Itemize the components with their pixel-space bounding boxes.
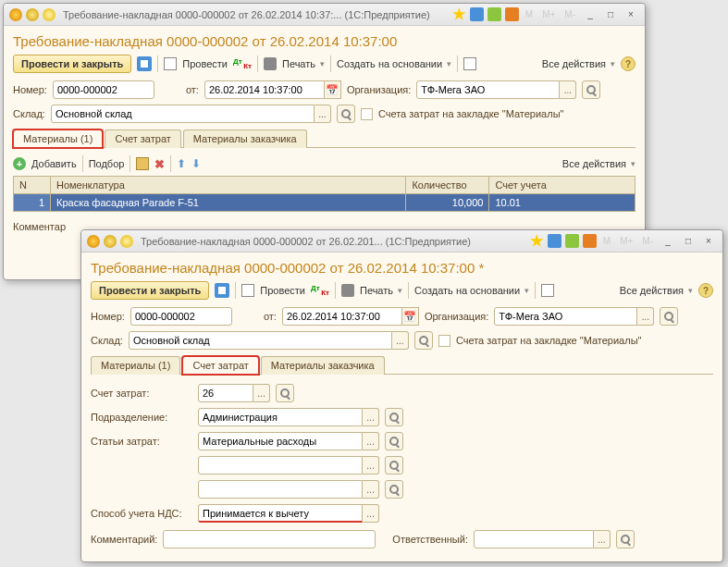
star-icon[interactable] <box>452 7 466 21</box>
calculator-icon[interactable] <box>487 7 501 21</box>
cost-item-search-button[interactable] <box>385 432 403 450</box>
mplus-button[interactable]: M+ <box>617 236 635 246</box>
department-field[interactable]: Администрация <box>198 408 363 426</box>
create-based-on-menu[interactable]: Создать на основании <box>414 285 529 296</box>
help-icon[interactable]: ? <box>698 283 713 298</box>
org-search-button[interactable] <box>582 80 600 99</box>
calculator-icon[interactable] <box>565 234 579 248</box>
m-button[interactable]: M <box>523 9 536 19</box>
date-field[interactable]: 26.02.2014 10:37:00 <box>282 307 402 326</box>
cost-accounts-checkbox[interactable] <box>438 335 450 347</box>
all-actions-menu[interactable]: Все действия <box>542 58 615 69</box>
calendar-icon[interactable] <box>583 234 597 248</box>
select-button[interactable]: Подбор <box>89 158 125 169</box>
warehouse-search-button[interactable] <box>414 331 433 350</box>
m-button[interactable]: M <box>600 236 613 246</box>
mminus-button[interactable]: M- <box>561 9 578 19</box>
new-icon[interactable] <box>463 57 476 70</box>
minimize-button[interactable]: _ <box>582 7 598 21</box>
save-icon[interactable] <box>137 56 152 71</box>
account-field[interactable]: 26 <box>198 384 253 402</box>
account-select-button[interactable]: ... <box>253 384 270 402</box>
materials-table[interactable]: N Номенклатура Количество Счет учета 1 К… <box>13 176 635 212</box>
responsible-field[interactable] <box>474 530 594 549</box>
all-actions-grid-menu[interactable]: Все действия <box>562 158 635 169</box>
tab-cost-account[interactable]: Счет затрат <box>182 356 258 375</box>
close-button[interactable]: × <box>623 7 639 21</box>
department-search-button[interactable] <box>385 408 403 426</box>
warehouse-select-button[interactable]: ... <box>315 105 331 123</box>
org-field[interactable]: ТФ-Мега ЗАО <box>416 80 560 99</box>
extra2-select-button[interactable]: ... <box>363 480 379 499</box>
mplus-button[interactable]: M+ <box>539 9 558 19</box>
vat-method-select-button[interactable]: ... <box>363 504 379 523</box>
tab-customer-materials[interactable]: Материалы заказчика <box>183 129 307 148</box>
date-picker-icon[interactable]: 📅 <box>402 307 419 326</box>
favorite-icon[interactable] <box>120 235 133 248</box>
extra2-field[interactable] <box>198 480 363 499</box>
dtkr-icon[interactable] <box>311 284 329 297</box>
move-down-icon[interactable]: ⬇ <box>191 157 201 170</box>
tab-customer-materials[interactable]: Материалы заказчика <box>261 356 385 375</box>
warehouse-search-button[interactable] <box>337 105 355 123</box>
move-up-icon[interactable]: ⬆ <box>177 157 186 170</box>
date-field[interactable]: 26.02.2014 10:37:00 <box>204 80 325 99</box>
new-icon[interactable] <box>541 284 554 297</box>
extra1-field[interactable] <box>198 456 363 475</box>
titlebar[interactable]: Требование-накладная 0000-000002 от 26.0… <box>81 230 722 253</box>
mminus-button[interactable]: M- <box>639 236 656 246</box>
account-search-button[interactable] <box>276 384 294 402</box>
favorite-icon[interactable] <box>43 8 56 21</box>
link-icon[interactable] <box>470 7 484 21</box>
comment-field[interactable] <box>163 530 376 549</box>
department-select-button[interactable]: ... <box>363 408 379 426</box>
post-and-close-button[interactable]: Провести и закрыть <box>13 55 131 73</box>
copy-icon[interactable] <box>136 157 149 170</box>
maximize-button[interactable]: □ <box>602 7 619 21</box>
all-actions-menu[interactable]: Все действия <box>620 285 693 296</box>
post-button[interactable]: Провести <box>182 58 228 69</box>
responsible-search-button[interactable] <box>616 530 635 549</box>
maximize-button[interactable]: □ <box>680 234 697 248</box>
col-nomenclature[interactable]: Номенклатура <box>51 177 406 194</box>
vat-method-field[interactable]: Принимается к вычету <box>198 504 363 523</box>
cost-item-field[interactable]: Материальные расходы <box>198 432 363 450</box>
cost-accounts-checkbox[interactable] <box>361 108 373 120</box>
calendar-icon[interactable] <box>505 7 519 21</box>
org-field[interactable]: ТФ-Мега ЗАО <box>494 307 637 326</box>
dtkr-icon[interactable] <box>233 57 252 70</box>
star-icon[interactable] <box>530 234 544 248</box>
tab-materials[interactable]: Материалы (1) <box>13 129 103 148</box>
warehouse-field[interactable]: Основной склад <box>129 331 392 350</box>
warehouse-select-button[interactable]: ... <box>392 331 409 350</box>
post-and-close-button[interactable]: Провести и закрыть <box>91 281 209 300</box>
save-icon[interactable] <box>215 283 229 298</box>
add-button[interactable]: Добавить <box>31 158 77 169</box>
nav-back-icon[interactable] <box>26 8 39 21</box>
print-menu[interactable]: Печать <box>282 58 325 69</box>
close-button[interactable]: × <box>700 234 717 248</box>
help-icon[interactable]: ? <box>621 56 635 71</box>
tab-materials[interactable]: Материалы (1) <box>91 356 180 375</box>
responsible-select-button[interactable]: ... <box>594 530 611 549</box>
titlebar[interactable]: Требование-накладная 0000-000002 от 26.0… <box>4 4 645 26</box>
extra1-select-button[interactable]: ... <box>363 456 379 475</box>
col-n[interactable]: N <box>14 177 51 194</box>
col-account[interactable]: Счет учета <box>489 177 635 194</box>
tab-cost-account[interactable]: Счет затрат <box>105 129 180 148</box>
org-search-button[interactable] <box>660 307 678 326</box>
link-icon[interactable] <box>548 234 561 248</box>
minimize-button[interactable]: _ <box>660 234 676 248</box>
extra2-search-button[interactable] <box>385 480 403 499</box>
date-picker-icon[interactable]: 📅 <box>325 80 341 99</box>
table-row[interactable]: 1 Краска фасадная Parade F-51 10,000 10.… <box>14 194 635 212</box>
warehouse-field[interactable]: Основной склад <box>51 105 315 123</box>
create-based-on-menu[interactable]: Создать на основании <box>337 58 451 69</box>
delete-icon[interactable]: ✖ <box>154 157 165 171</box>
org-select-button[interactable]: ... <box>637 307 654 326</box>
post-button[interactable]: Провести <box>260 285 305 296</box>
org-select-button[interactable]: ... <box>560 80 576 99</box>
print-menu[interactable]: Печать <box>360 285 402 296</box>
number-field[interactable]: 0000-000002 <box>53 80 154 99</box>
col-quantity[interactable]: Количество <box>406 177 489 194</box>
